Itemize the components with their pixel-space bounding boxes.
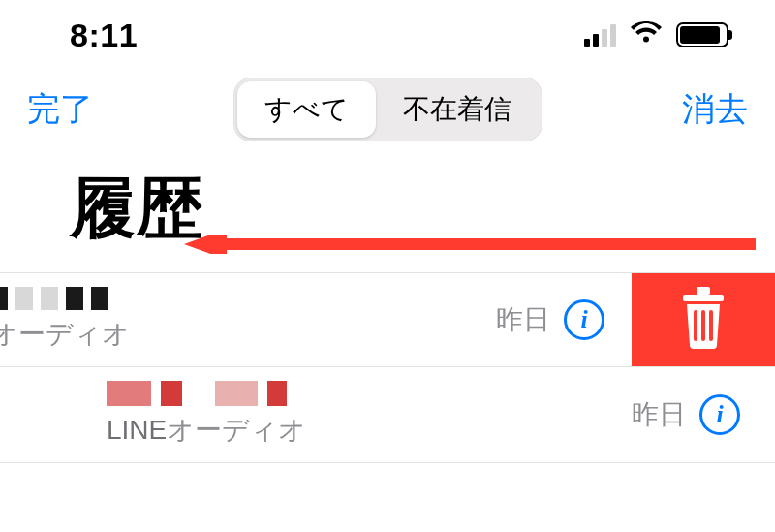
info-icon: i [580,307,587,332]
svg-rect-5 [701,310,705,341]
call-time: 昨日 [496,301,550,338]
title-row: 履歴 [0,155,775,272]
info-icon: i [716,402,723,427]
contact-name [107,381,632,406]
svg-rect-6 [709,310,713,341]
status-bar: 8:11 [0,0,775,70]
contact-name [0,287,496,310]
segment-all[interactable]: すべて [237,81,376,138]
trash-icon [675,287,731,353]
wifi-icon [630,21,663,48]
page-title: 履歴 [70,165,740,253]
call-type: オーディオ [0,316,496,353]
recents-row[interactable]: LINEオーディオ 昨日 i [0,367,775,463]
filter-segment: すべて 不在着信 [233,78,542,141]
done-button[interactable]: 完了 [27,87,93,132]
info-button[interactable]: i [564,299,604,340]
call-time: 昨日 [632,396,686,433]
battery-icon [676,22,728,47]
svg-rect-4 [694,310,698,341]
status-icons [584,21,728,48]
svg-rect-2 [683,295,724,301]
clear-button[interactable]: 消去 [682,87,748,132]
info-button[interactable]: i [699,394,740,435]
call-type: LINEオーディオ [107,412,632,449]
delete-button[interactable] [632,273,775,366]
cellular-icon [584,23,616,47]
recents-list: オーディオ 昨日 i [0,272,775,463]
nav-bar: 完了 すべて 不在着信 消去 [0,70,775,155]
svg-rect-3 [697,287,710,295]
segment-missed[interactable]: 不在着信 [376,81,539,138]
clock-time: 8:11 [70,16,138,54]
recents-row[interactable]: オーディオ 昨日 i [0,273,775,367]
